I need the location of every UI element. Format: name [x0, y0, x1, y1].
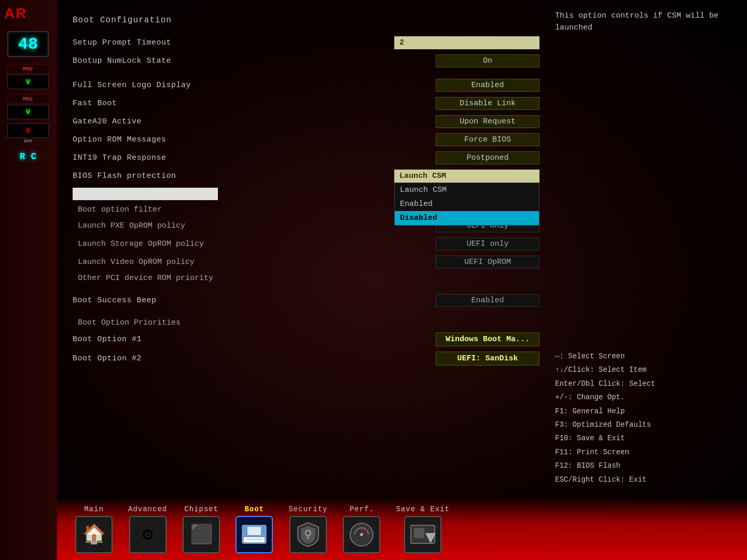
value-rom[interactable]: Force BIOS [436, 133, 540, 146]
key-row-8: F12: BIOS Flash [555, 460, 737, 471]
key-row-7: F11: Print Screen [555, 446, 737, 458]
brand-logo: AR [0, 5, 27, 22]
key-label-3: +/-: Change Opt. [555, 393, 625, 401]
nav-item-main[interactable]: Main 🏠 [75, 505, 113, 553]
rpm-value: 5 [7, 123, 49, 138]
label-storage: Launch Storage OpROM policy [73, 240, 204, 248]
launch-csm-dropdown[interactable]: Launch CSM Launch CSM Enabled Disabled [394, 170, 540, 183]
key-row-2: Enter/Dbl Click: Select [555, 378, 737, 389]
value-video[interactable]: UEFI OpROM [436, 256, 540, 269]
rpm-block: 5 RPM [6, 123, 50, 144]
nav-label-chipset: Chipset [184, 505, 218, 513]
svg-rect-11 [414, 528, 424, 538]
label-pci: Other PCI device ROM priority [73, 274, 213, 283]
bottom-navigation: Main 🏠 Advanced ⚙ Chipset ⬛ Boot Securit… [57, 498, 747, 560]
nav-icon-main[interactable]: 🏠 [75, 516, 113, 553]
setting-row-beep: Boot Success Beep Enabled [73, 293, 540, 308]
value-boot2[interactable]: UEFI: SanDisk [436, 352, 540, 366]
label-priorities-title: Boot Option Priorities [73, 318, 181, 327]
svg-rect-3 [247, 527, 261, 535]
value-fastboot[interactable]: Disable Link [436, 97, 540, 110]
key-help-section: ↔: Select Screen ↑↓/Click: Select Item E… [555, 351, 737, 487]
v-display1: V [7, 75, 49, 89]
key-label-4: F1: General Help [555, 407, 625, 415]
mhz2-block: MHz V [6, 93, 50, 119]
nav-icon-security[interactable] [289, 516, 327, 553]
key-row-0: ↔: Select Screen [555, 351, 737, 362]
value-int19[interactable]: Postponed [436, 151, 540, 164]
key-label-8: F12: BIOS Flash [555, 461, 620, 470]
help-panel: This option controls if CSM will be laun… [550, 0, 747, 498]
key-row-3: +/-: Change Opt. [555, 391, 737, 403]
timeout-input-container: 2 [394, 36, 540, 49]
nav-icon-advanced[interactable]: ⚙ [129, 516, 167, 553]
v-display2: V [7, 105, 49, 119]
setting-row-fastboot: Fast Boot Disable Link [73, 96, 540, 111]
key-label-6: F10: Save & Exit [555, 434, 625, 442]
key-row-1: ↑↓/Click: Select Item [555, 364, 737, 375]
svg-rect-1 [244, 537, 265, 542]
key-label-9: ESC/Right Click: Exit [555, 475, 646, 484]
rc-display: R C [20, 151, 36, 162]
sub-setting-pci: Other PCI device ROM priority [73, 273, 540, 284]
help-text: This option controls if CSM will be laun… [555, 10, 737, 34]
nav-icon-save[interactable] [404, 516, 441, 553]
nav-icon-perf[interactable] [343, 516, 380, 553]
label-int19: INT19 Trap Response [73, 153, 167, 162]
nav-item-advanced[interactable]: Advanced ⚙ [128, 505, 167, 553]
label-boot1: Boot Option #1 [73, 335, 142, 344]
label-numlock: Bootup NumLock State [73, 57, 171, 65]
key-label-7: F11: Print Screen [555, 448, 629, 456]
key-row-4: F1: General Help [555, 405, 737, 417]
nav-item-save[interactable]: Save & Exit [396, 505, 449, 553]
setting-row-timeout: Setup Prompt Timeout 2 [73, 35, 540, 50]
key-row-5: F3: Optimized Defaults [555, 419, 737, 430]
label-rom: Option ROM Messages [73, 135, 167, 144]
setting-row-rom: Option ROM Messages Force BIOS [73, 132, 540, 147]
nav-label-security: Security [288, 505, 327, 513]
nav-item-chipset[interactable]: Chipset ⬛ [183, 505, 220, 553]
setting-row-gate: GateA20 Active Upon Request [73, 114, 540, 129]
value-beep[interactable]: Enabled [436, 294, 540, 307]
label-pxe: Launch PXE OpROM policy [73, 221, 185, 230]
setting-row-logo: Full Screen Logo Display Enabled [73, 78, 540, 93]
dropdown-option-enabled[interactable]: Enabled [395, 197, 539, 211]
main-content: Boot Configuration Setup Prompt Timeout … [57, 0, 747, 498]
dropdown-menu: Launch CSM Enabled Disabled [394, 183, 540, 226]
label-logo: Full Screen Logo Display [73, 81, 191, 90]
key-row-9: ESC/Right Click: Exit [555, 474, 737, 485]
nav-icon-boot[interactable] [236, 516, 273, 553]
nav-icon-chipset[interactable]: ⬛ [183, 516, 220, 553]
nav-item-perf[interactable]: Perf. [343, 505, 380, 553]
section-title: Boot Configuration [73, 16, 540, 25]
nav-item-boot[interactable]: Boot [236, 505, 273, 553]
sub-setting-video: Launch Video OpROM policy UEFI OpROM [73, 255, 540, 270]
launch-csm-value[interactable]: Launch CSM [394, 170, 540, 183]
mhz-label: MHz [7, 64, 49, 74]
setting-row-int19: INT19 Trap Response Postponed [73, 150, 540, 165]
nav-item-security[interactable]: Security [288, 505, 327, 553]
key-label-5: F3: Optimized Defaults [555, 421, 651, 429]
label-timeout: Setup Prompt Timeout [73, 38, 171, 47]
label-gate: GateA20 Active [73, 117, 142, 126]
value-logo[interactable]: Enabled [436, 79, 540, 92]
dropdown-option-launch-csm[interactable]: Launch CSM [395, 183, 539, 197]
value-storage[interactable]: UEFI only [436, 237, 540, 250]
rpm-label: RPM [24, 139, 32, 144]
divider1 [73, 72, 540, 78]
sub-setting-storage: Launch Storage OpROM policy UEFI only [73, 236, 540, 251]
left-instrument-panel: AR 48 MHz V MHz V 5 RPM R C [0, 0, 57, 560]
value-gate[interactable]: Upon Request [436, 115, 540, 128]
value-boot1[interactable]: Windows Boot Ma... [436, 332, 540, 346]
setting-row-numlock: Bootup NumLock State On [73, 53, 540, 68]
label-video: Launch Video OpROM policy [73, 258, 195, 267]
digit-display: 48 [7, 31, 49, 57]
white-highlight-bar [73, 188, 218, 200]
key-row-6: F10: Save & Exit [555, 432, 737, 444]
dropdown-option-disabled[interactable]: Disabled [395, 211, 539, 225]
label-boot-filter: Boot option filter [73, 205, 162, 214]
timeout-input[interactable]: 2 [394, 36, 540, 49]
key-label-2: Enter/Dbl Click: Select [555, 380, 655, 388]
setting-row-bios-flash: BIOS Flash protection Launch CSM Launch … [73, 169, 540, 184]
value-numlock[interactable]: On [436, 54, 540, 67]
